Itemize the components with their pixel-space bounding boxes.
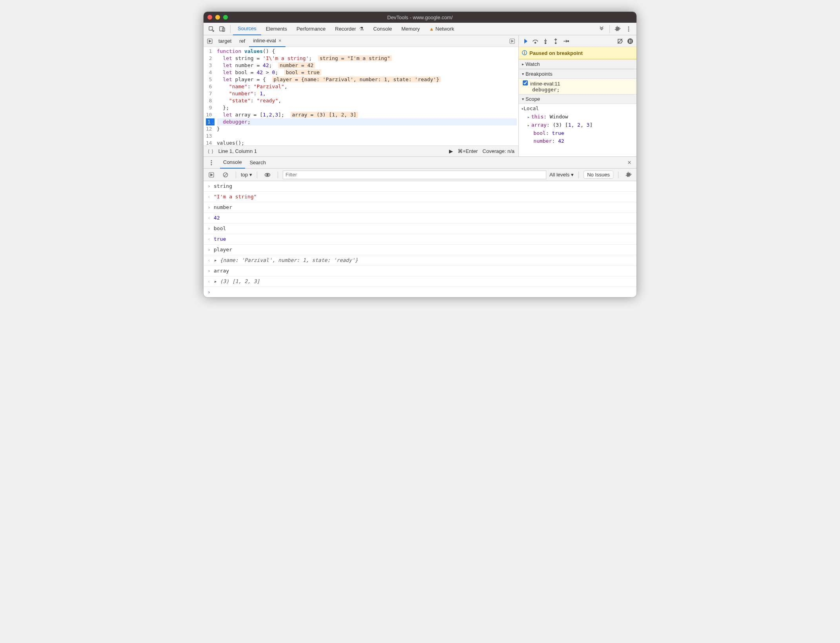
scope-array[interactable]: array: (3) [1, 2, 3] <box>521 121 634 129</box>
line-number[interactable]: 2 <box>206 55 212 62</box>
code-line[interactable]: let string = 'I\'m a string'; string = "… <box>217 55 517 62</box>
breakpoint-item[interactable]: inline-eval:11 debugger; <box>519 79 636 94</box>
console-input-row: ›player <box>204 245 636 255</box>
code-line[interactable]: "state": "ready", <box>217 97 517 104</box>
line-number[interactable]: 10 <box>206 111 212 118</box>
line-number[interactable]: 14 <box>206 140 212 145</box>
svg-point-15 <box>211 160 212 161</box>
line-number[interactable]: 6 <box>206 83 212 90</box>
step-out-button[interactable] <box>551 36 560 46</box>
main-tab-elements[interactable]: Elements <box>261 23 292 35</box>
code-line[interactable]: let player = { player = {name: 'Parzival… <box>217 76 517 83</box>
settings-gear-icon[interactable] <box>612 24 623 35</box>
console-settings-icon[interactable] <box>623 169 634 180</box>
console-value: true <box>214 235 226 243</box>
scope-section-head[interactable]: ▾ Scope <box>519 94 636 104</box>
code-line[interactable]: let number = 42; number = 42 <box>217 62 517 69</box>
line-number[interactable]: 3 <box>206 62 212 69</box>
step-button[interactable] <box>561 36 571 46</box>
clear-console-icon[interactable] <box>220 169 231 180</box>
filter-input[interactable] <box>283 171 546 179</box>
kebab-menu-icon[interactable] <box>623 24 634 35</box>
main-tab-memory[interactable]: Memory <box>397 23 425 35</box>
levels-select[interactable]: All levels▾ <box>549 172 574 178</box>
code-line[interactable]: let array = [1,2,3]; array = (3) [1, 2, … <box>217 111 517 118</box>
console-output[interactable]: ›string‹"I'm a string"›number‹42›bool‹tr… <box>204 181 636 287</box>
resume-button[interactable] <box>520 36 530 46</box>
file-tab-inline-eval[interactable]: inline-eval× <box>249 35 285 47</box>
line-number[interactable]: 7 <box>206 90 212 97</box>
step-into-button[interactable] <box>541 36 550 46</box>
format-braces-icon[interactable]: { } <box>207 148 214 154</box>
deactivate-breakpoints-button[interactable] <box>615 36 625 46</box>
code-line[interactable]: debugger; <box>217 118 517 125</box>
code-line[interactable]: }; <box>217 104 517 111</box>
pause-exceptions-button[interactable] <box>625 36 635 46</box>
line-number[interactable]: 5 <box>206 76 212 83</box>
code-editor[interactable]: 1234567891011121314 function values() { … <box>204 47 518 145</box>
step-over-button[interactable] <box>531 36 540 46</box>
code-line[interactable]: values(); <box>217 140 517 145</box>
code-line[interactable]: function values() { <box>217 48 517 55</box>
main-tab-recorder[interactable]: Recorder⚗ <box>330 23 368 35</box>
breakpoints-section-head[interactable]: ▾ Breakpoints <box>519 69 636 79</box>
breakpoint-checkbox[interactable] <box>523 80 528 85</box>
console-sidebar-icon[interactable] <box>206 169 217 180</box>
code-line[interactable]: } <box>217 125 517 133</box>
device-toolbar-icon[interactable] <box>217 24 228 35</box>
line-number[interactable]: 8 <box>206 97 212 104</box>
drawer-kebab-icon[interactable] <box>206 157 217 168</box>
console-prompt[interactable]: › <box>204 287 636 297</box>
line-number[interactable]: 1 <box>206 48 212 55</box>
line-number[interactable]: 11 <box>206 118 215 125</box>
file-tab-label: ref <box>239 38 245 44</box>
drawer-tab-search[interactable]: Search <box>247 157 269 169</box>
console-value: bool <box>214 225 226 232</box>
window-zoom-dot[interactable] <box>223 15 228 20</box>
console-value: 42 <box>214 214 220 222</box>
editor-status-bar: { } Line 1, Column 1 ▶ ⌘+Enter Coverage:… <box>204 145 518 156</box>
svg-point-9 <box>545 42 546 44</box>
titlebar: DevTools - www.google.com/ <box>204 12 636 23</box>
context-select[interactable]: top▾ <box>241 172 252 178</box>
info-icon: ⓘ <box>522 49 527 56</box>
window-close-dot[interactable] <box>207 15 212 20</box>
watch-section-head[interactable]: ▸ Watch <box>519 59 636 69</box>
code-line[interactable]: "number": 1, <box>217 90 517 97</box>
console-filter[interactable] <box>283 171 546 179</box>
main-tab-label: Memory <box>402 26 420 32</box>
run-snippet-icon[interactable] <box>205 38 215 44</box>
file-tab-bar: targetrefinline-eval× <box>204 35 518 47</box>
main-tab-network[interactable]: ▲Network <box>424 23 459 35</box>
code-line[interactable]: "name": "Parzival", <box>217 83 517 90</box>
live-expression-icon[interactable] <box>262 169 273 180</box>
line-number[interactable]: 4 <box>206 69 212 76</box>
drawer-tab-console[interactable]: Console <box>220 157 245 169</box>
console-value: number <box>214 203 232 211</box>
console-input-row: ›number <box>204 202 636 213</box>
main-tab-console[interactable]: Console <box>369 23 397 35</box>
main-tab-sources[interactable]: Sources <box>233 23 261 35</box>
more-files-icon[interactable] <box>507 38 517 44</box>
console-output-row: ‹true <box>204 234 636 245</box>
close-file-icon[interactable]: × <box>278 38 282 44</box>
drawer-close-icon[interactable]: × <box>625 159 634 166</box>
issues-button[interactable]: No Issues <box>584 171 613 179</box>
scope-this[interactable]: this: Window <box>521 113 634 121</box>
window-minimize-dot[interactable] <box>215 15 220 20</box>
file-tab-ref[interactable]: ref <box>235 35 249 47</box>
code-line[interactable]: let bool = 42 > 0; bool = true <box>217 69 517 76</box>
line-number[interactable]: 12 <box>206 125 212 133</box>
main-tab-performance[interactable]: Performance <box>292 23 330 35</box>
inspect-element-icon[interactable] <box>206 24 217 35</box>
svg-point-5 <box>628 30 629 31</box>
line-number[interactable]: 9 <box>206 104 212 111</box>
scope-local-label[interactable]: Local <box>524 105 539 111</box>
code-line[interactable] <box>217 133 517 140</box>
run-play-icon[interactable]: ▶ <box>449 148 453 154</box>
overflow-tabs-icon[interactable] <box>596 24 607 35</box>
file-tab-target[interactable]: target <box>215 35 235 47</box>
line-number[interactable]: 13 <box>206 133 212 140</box>
svg-point-12 <box>627 38 633 44</box>
console-input-row: ›bool <box>204 223 636 234</box>
